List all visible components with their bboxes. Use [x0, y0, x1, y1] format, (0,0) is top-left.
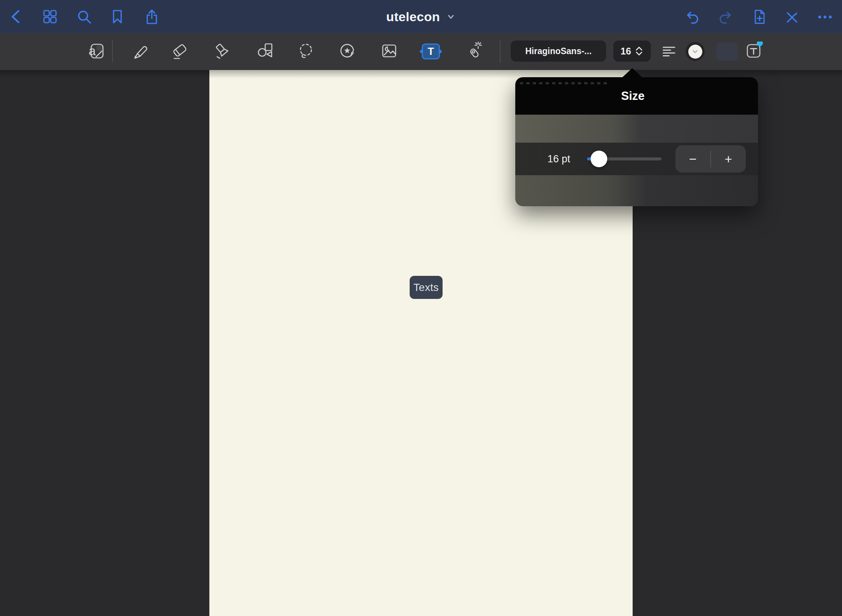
size-popover: Size 16 pt − +	[515, 68, 758, 206]
size-increase-button[interactable]: +	[711, 145, 746, 173]
tool-read-mode[interactable]: a	[86, 41, 106, 61]
tool-image[interactable]	[379, 41, 399, 61]
text-style-favorite-icon	[744, 40, 766, 61]
font-button[interactable]: HiraginoSans-...	[511, 40, 606, 62]
stickers-icon	[337, 41, 357, 61]
redo-icon	[717, 8, 734, 25]
size-value-label: 16 pt	[547, 143, 570, 175]
eraser-icon	[170, 41, 190, 61]
undo-icon	[683, 8, 701, 25]
inactive-style-button	[716, 42, 738, 61]
more-button[interactable]	[816, 8, 833, 25]
shapes-icon	[255, 41, 275, 61]
font-size-button[interactable]: 16	[613, 40, 651, 62]
tool-eraser[interactable]	[170, 41, 190, 61]
popover-tail	[622, 68, 643, 78]
lasso-icon	[296, 41, 316, 61]
popover-lower-band	[515, 175, 758, 206]
pen-icon	[129, 41, 150, 61]
pen-disable-button[interactable]	[783, 8, 800, 25]
laser-pointer-icon	[464, 41, 484, 61]
highlighter-icon	[212, 41, 233, 61]
size-decrease-button[interactable]: −	[675, 145, 710, 173]
toolbar-separator	[500, 40, 501, 63]
back-button[interactable]	[8, 8, 25, 25]
tool-stickers[interactable]	[337, 41, 357, 61]
add-page-button[interactable]	[750, 8, 768, 25]
app-window: utelecon a	[0, 0, 842, 616]
texts-tooltip-label: Texts	[413, 282, 439, 294]
size-control-row: 16 pt − +	[515, 143, 758, 175]
read-mode-icon: a	[86, 41, 106, 61]
popover-upper-band	[515, 115, 758, 143]
undo-button[interactable]	[683, 8, 701, 25]
popover-title: Size	[621, 89, 644, 103]
popover-dashes-decoration	[520, 82, 608, 84]
popover-body: Size 16 pt − +	[515, 77, 758, 206]
svg-text:a: a	[89, 44, 96, 58]
navbar: utelecon	[0, 0, 842, 33]
chevron-down-icon	[690, 47, 700, 56]
pen-disable-icon	[783, 8, 800, 25]
tool-lasso[interactable]	[296, 41, 316, 61]
toolbar-separator	[112, 40, 113, 63]
popover-header: Size	[515, 77, 758, 115]
chevron-up-down-icon	[635, 46, 644, 56]
add-page-icon	[750, 8, 768, 25]
redo-button[interactable]	[717, 8, 734, 25]
share-icon	[143, 8, 161, 25]
text-align-button[interactable]	[660, 43, 678, 60]
size-slider-thumb[interactable]	[591, 151, 607, 167]
tool-shapes[interactable]	[255, 41, 275, 61]
more-icon	[816, 8, 833, 25]
bookmark-button[interactable]	[109, 8, 126, 25]
tool-laser-pointer[interactable]	[464, 41, 484, 61]
font-button-label: HiraginoSans-...	[525, 46, 591, 56]
document-title-button[interactable]: utelecon	[386, 0, 456, 33]
tool-pen[interactable]	[129, 41, 150, 61]
text-tool-glyph: T	[428, 46, 434, 58]
share-button[interactable]	[143, 8, 161, 25]
thumbnails-button[interactable]	[41, 8, 59, 25]
document-title: utelecon	[386, 9, 440, 24]
chevron-down-icon	[446, 12, 456, 22]
font-size-value: 16	[621, 46, 631, 57]
toolbar: a T Hiragi	[0, 33, 842, 70]
search-icon	[75, 8, 93, 25]
tool-highlighter[interactable]	[212, 41, 233, 61]
grid-view-icon	[41, 8, 59, 25]
text-color-swatch	[688, 45, 702, 59]
text-color-button[interactable]	[686, 42, 705, 61]
favorite-text-style-button[interactable]	[744, 40, 766, 61]
back-icon	[8, 8, 25, 25]
align-left-icon	[660, 43, 678, 60]
image-icon	[379, 41, 399, 61]
search-button[interactable]	[75, 8, 93, 25]
size-stepper: − +	[675, 145, 746, 173]
texts-tooltip: Texts	[410, 276, 443, 299]
bookmark-icon	[109, 8, 126, 25]
tool-text[interactable]: T	[422, 44, 440, 59]
